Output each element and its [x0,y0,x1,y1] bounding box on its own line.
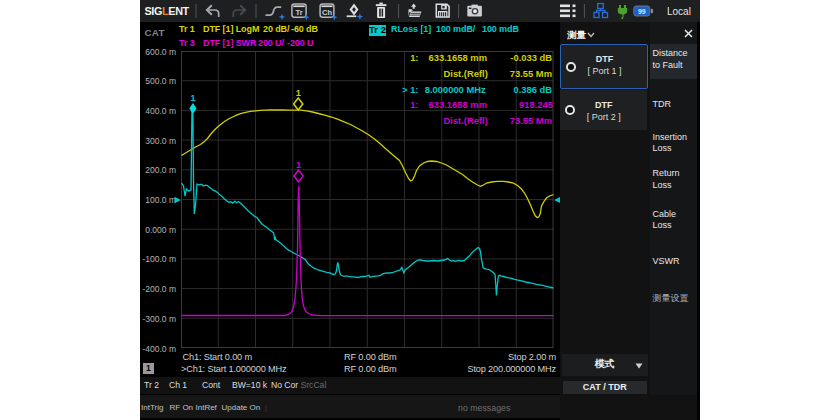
svg-text:8.000000 MHz: 8.000000 MHz [424,84,485,95]
svg-text:99: 99 [638,8,646,15]
svg-text:Dist.(Refl): Dist.(Refl) [443,115,487,126]
svg-text:73.55 Mm: 73.55 Mm [509,115,551,126]
svg-text:1: 1 [295,88,300,98]
svg-text:1: 1 [190,93,195,103]
svg-text:1:: 1: [410,99,418,110]
svg-text:1:: 1: [410,52,418,63]
svg-text:633.1658 mm: 633.1658 mm [428,99,486,110]
svg-text:Tr: Tr [295,8,302,17]
svg-text:633.1658 mm: 633.1658 mm [428,52,486,63]
svg-text:0.386 dB: 0.386 dB [513,84,552,95]
svg-text:-0.033 dB: -0.033 dB [510,52,552,63]
svg-text:1: 1 [295,160,300,170]
svg-text:918.245: 918.245 [519,99,553,110]
svg-text:73.55 Mm: 73.55 Mm [509,68,551,79]
svg-text:Ch: Ch [322,8,332,17]
svg-text:Dist.(Refl): Dist.(Refl) [443,68,487,79]
svg-text:> 1:: > 1: [402,84,418,95]
